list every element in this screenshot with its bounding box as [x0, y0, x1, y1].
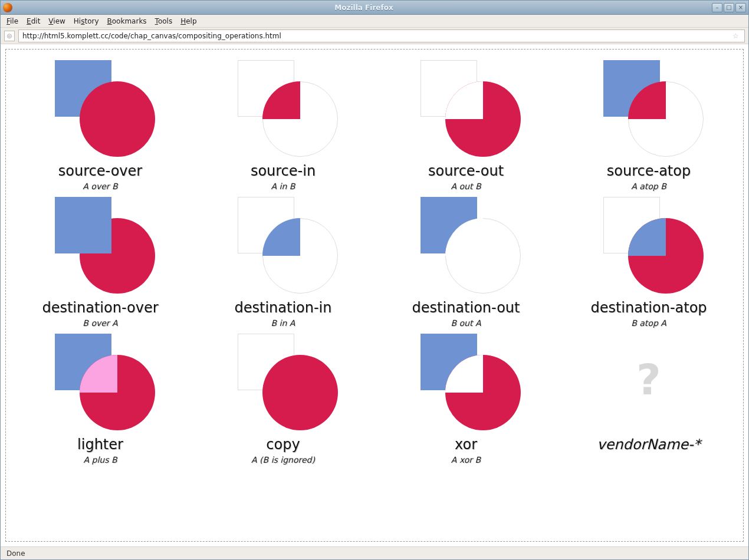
- url-input[interactable]: http://html5.komplett.cc/code/chap_canva…: [18, 29, 745, 42]
- status-text: Done: [6, 549, 25, 558]
- bookmark-star-icon[interactable]: ☆: [732, 32, 741, 40]
- figure-destination-in: [227, 195, 339, 295]
- url-text: http://html5.komplett.cc/code/chap_canva…: [22, 32, 281, 40]
- op-title: source-atop: [607, 163, 691, 179]
- cell-copy: copy A (B is ignored): [195, 328, 372, 465]
- figure-source-atop: [593, 58, 705, 158]
- figure-destination-atop: [593, 195, 705, 295]
- figure-source-out: [410, 58, 522, 158]
- titlebar: Mozilla Firefox – □ ×: [1, 1, 748, 15]
- figure-xor: [410, 331, 522, 431]
- page-content: source-over A over B source-in A in B: [1, 44, 748, 546]
- statusbar: Done: [1, 546, 748, 559]
- op-sub: A xor B: [451, 455, 481, 465]
- question-icon: ?: [593, 355, 705, 404]
- op-title: source-over: [58, 163, 142, 179]
- minimize-button[interactable]: –: [712, 3, 722, 12]
- op-sub: A out B: [451, 182, 481, 191]
- firefox-icon: [3, 3, 12, 12]
- circle: [262, 355, 338, 430]
- cell-destination-atop: destination-atop B atop A: [560, 191, 737, 328]
- menu-history[interactable]: History: [74, 17, 99, 25]
- op-title: destination-over: [42, 299, 158, 316]
- figure-source-in: [227, 58, 339, 158]
- op-title: destination-out: [412, 299, 520, 316]
- op-title: copy: [266, 436, 300, 453]
- menu-file[interactable]: File: [6, 17, 18, 25]
- cell-destination-out: destination-out B out A: [377, 191, 554, 328]
- window-controls: – □ ×: [712, 3, 746, 12]
- circle: [80, 81, 155, 157]
- close-button[interactable]: ×: [735, 3, 746, 12]
- op-sub: A plus B: [83, 455, 117, 465]
- menubar: File Edit View History Bookmarks Tools H…: [1, 15, 748, 28]
- cell-destination-in: destination-in B in A: [195, 191, 372, 328]
- menu-tools[interactable]: Tools: [155, 17, 173, 25]
- menu-view[interactable]: View: [48, 17, 65, 25]
- menu-bookmarks[interactable]: Bookmarks: [107, 17, 147, 25]
- op-sub: A in B: [271, 182, 295, 191]
- cell-source-in: source-in A in B: [195, 54, 372, 191]
- op-title: source-out: [428, 163, 504, 179]
- window-title: Mozilla Firefox: [16, 4, 712, 12]
- op-sub: A (B is ignored): [251, 455, 315, 465]
- menu-help[interactable]: Help: [180, 17, 196, 25]
- compositing-grid: source-over A over B source-in A in B: [12, 54, 737, 465]
- op-sub: B in A: [271, 318, 295, 328]
- maximize-button[interactable]: □: [724, 3, 734, 12]
- op-title: source-in: [251, 163, 316, 179]
- figure-source-over: [44, 58, 156, 158]
- figure-destination-over: [44, 195, 156, 295]
- op-title: destination-in: [234, 299, 331, 316]
- op-title: xor: [455, 436, 477, 453]
- identity-icon[interactable]: ◎: [4, 31, 15, 41]
- figure-destination-out: [410, 195, 522, 295]
- figure-vendorname: ?: [593, 331, 705, 431]
- cell-xor: xor A xor B: [377, 328, 554, 465]
- op-title: lighter: [77, 436, 123, 453]
- cell-source-out: source-out A out B: [377, 54, 554, 191]
- cell-destination-over: destination-over B over A: [12, 191, 189, 328]
- figure-copy: [227, 331, 339, 431]
- browser-window: Mozilla Firefox – □ × File Edit View His…: [0, 0, 749, 560]
- op-sub: A atop B: [631, 182, 666, 191]
- op-sub: A over B: [83, 182, 117, 191]
- cell-lighter: lighter A plus B: [12, 328, 189, 465]
- cell-source-over: source-over A over B: [12, 54, 189, 191]
- op-sub: B over A: [83, 318, 117, 328]
- cell-source-atop: source-atop A atop B: [560, 54, 737, 191]
- figure-lighter: [44, 331, 156, 431]
- op-sub: B atop A: [631, 318, 666, 328]
- op-sub: B out A: [451, 318, 481, 328]
- menu-edit[interactable]: Edit: [27, 17, 40, 25]
- op-title: vendorName-*: [597, 436, 700, 453]
- gallery: source-over A over B source-in A in B: [5, 49, 744, 542]
- cell-vendorname: ? vendorName-*: [560, 328, 737, 465]
- op-title: destination-atop: [590, 299, 707, 316]
- toolbar: ◎ http://html5.komplett.cc/code/chap_can…: [1, 28, 748, 44]
- square: [55, 197, 111, 253]
